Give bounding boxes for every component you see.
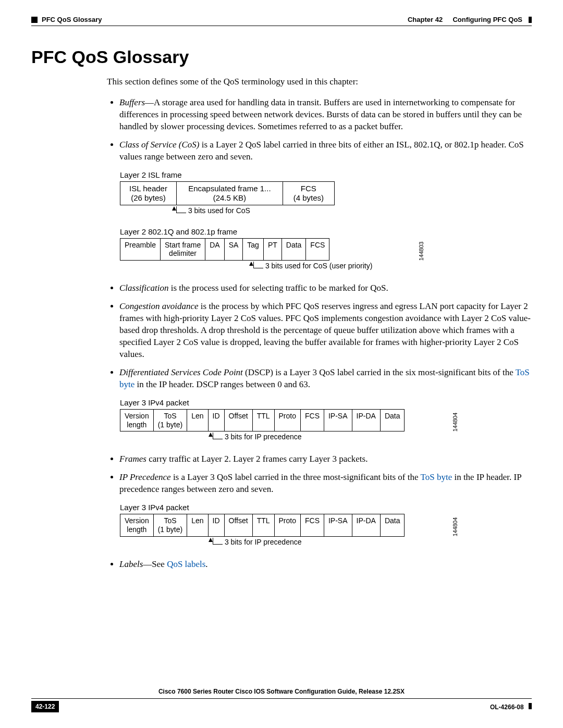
diagram-annotation: 3 bits for IP precedence — [209, 433, 532, 441]
frame-cell: Version length — [120, 514, 154, 536]
list-item: Labels—See QoS labels. — [119, 559, 532, 571]
diagram-annotation: 3 bits for IP precedence — [209, 538, 532, 546]
frame-cell: DA — [205, 239, 224, 261]
annotation-text: 3 bits for IP precedence — [225, 538, 302, 546]
cell-line: Data — [385, 412, 400, 420]
term-labels: Labels — [119, 559, 143, 569]
cell-line: ISL header — [129, 184, 167, 193]
frame-cell: TTL — [253, 514, 275, 536]
cell-line: DA — [210, 241, 219, 249]
cell-line: Len — [191, 516, 203, 525]
term-frames: Frames — [119, 454, 146, 464]
glossary-list: Frames carry traffic at Layer 2. Layer 2… — [107, 453, 532, 496]
frame-cell: TTL — [253, 410, 275, 431]
text-classification: is the process used for selecting traffi… — [168, 283, 388, 293]
arrow-up-icon — [209, 538, 213, 542]
cell-line: (4 bytes) — [293, 193, 324, 202]
cell-line: TTL — [257, 412, 270, 420]
page-footer: Cisco 7600 Series Router Cisco IOS Softw… — [31, 688, 532, 712]
arrow-up-icon — [249, 262, 253, 266]
figure-id: 144804 — [452, 517, 458, 537]
link-tos-byte[interactable]: ToS byte — [421, 472, 452, 482]
cell-line: Proto — [279, 412, 296, 420]
diagram-caption: Layer 2 ISL frame — [120, 170, 532, 179]
header-marker-icon — [31, 17, 38, 23]
cell-line: ToS — [164, 516, 176, 525]
arrow-up-icon — [172, 206, 176, 211]
diagram-ipv4-2: Layer 3 IPv4 packet Version length ToS (… — [120, 503, 532, 546]
frame-cell: ID — [209, 410, 225, 431]
term-classification: Classification — [119, 283, 168, 293]
text-dscp-b: in the IP header. DSCP ranges between 0 … — [134, 379, 310, 389]
frame-row: ISL header (26 bytes) Encapsulated frame… — [120, 181, 335, 205]
glossary-list: Classification is the process used for s… — [107, 282, 532, 391]
text-dscp-a: (DSCP) is a Layer 3 QoS label carried in… — [243, 367, 516, 377]
list-item: Class of Service (CoS) is a Layer 2 QoS … — [119, 139, 532, 163]
arrow-up-icon — [209, 433, 213, 437]
list-item: Classification is the process used for s… — [119, 282, 532, 294]
frame-cell: Tag — [243, 239, 264, 261]
diagram-ipv4-1: Layer 3 IPv4 packet Version length ToS (… — [120, 398, 532, 441]
frame-row: Version length ToS (1 byte) Len ID Offse… — [120, 409, 405, 432]
term-buffers: Buffers — [119, 97, 145, 107]
cell-line: ToS — [164, 412, 176, 420]
cell-line: IP-SA — [328, 412, 348, 420]
page-number-badge: 42-122 — [31, 701, 59, 712]
cell-line: IP-SA — [328, 516, 348, 525]
intro-text: This section defines some of the QoS ter… — [107, 76, 532, 88]
cell-line: PT — [268, 241, 277, 249]
link-qos-labels[interactable]: QoS labels — [167, 559, 205, 569]
frame-cell: FCS — [301, 514, 324, 536]
frame-cell: Proto — [275, 410, 301, 431]
header-section-name: PFC QoS Glossary — [42, 16, 102, 23]
frame-cell: Proto — [275, 514, 301, 536]
frame-cell: Encapsulated frame 1... (24.5 KB) — [177, 182, 283, 205]
term-cos: Class of Service (CoS) — [119, 140, 199, 150]
frame-cell: Offset — [225, 410, 253, 431]
cell-line: Offset — [229, 516, 248, 525]
header-end-marker-icon — [529, 17, 532, 23]
list-item: Differentiated Services Code Point (DSCP… — [119, 367, 532, 391]
footer-doc-id: OL-4266-08 — [490, 704, 524, 711]
cell-line: Len — [191, 412, 203, 420]
frame-row: Preamble Start frame delimiter DA SA Tag… — [120, 238, 329, 261]
cell-line: (24.5 KB) — [213, 193, 246, 202]
figure-id: 144803 — [418, 241, 424, 261]
cell-line: Encapsulated frame 1... — [188, 184, 271, 193]
cell-line: IP-DA — [357, 412, 376, 420]
cell-line: (1 byte) — [158, 525, 182, 534]
frame-cell: Data — [381, 410, 405, 431]
term-ipprec: IP Precedence — [119, 472, 171, 482]
frame-cell: IP-DA — [352, 514, 381, 536]
cell-line: Version — [125, 516, 149, 525]
header-chapter: Chapter 42 — [408, 16, 443, 23]
running-header: PFC QoS Glossary Chapter 42 Configuring … — [31, 16, 532, 23]
text-frames: carry traffic at Layer 2. Layer 2 frames… — [146, 454, 368, 464]
annotation-text: 3 bits for IP precedence — [225, 433, 302, 441]
cell-line: ID — [213, 412, 220, 420]
list-item: Frames carry traffic at Layer 2. Layer 2… — [119, 453, 532, 465]
cell-line: Data — [286, 241, 302, 249]
frame-cell: Version length — [120, 410, 154, 431]
cell-line: FCS — [301, 184, 316, 193]
diagram-dot1q: Layer 2 802.1Q and 802.1p frame Preamble… — [120, 227, 532, 270]
glossary-list: Labels—See QoS labels. — [107, 559, 532, 571]
annotation-text: 3 bits used for CoS (user priority) — [265, 262, 372, 270]
cell-line: (1 byte) — [158, 421, 182, 429]
text-labels-end: . — [205, 559, 207, 569]
cell-line: Offset — [229, 412, 248, 420]
figure-id: 144804 — [452, 412, 458, 431]
term-dscp: Differentiated Services Code Point — [119, 367, 243, 377]
cell-line: ID — [213, 516, 220, 525]
diagram-annotation: 3 bits used for CoS (user priority) — [249, 262, 532, 270]
annotation-text: 3 bits used for CoS — [188, 206, 250, 215]
header-rule — [31, 26, 532, 26]
frame-cell: FCS — [301, 410, 324, 431]
frame-cell: IP-SA — [324, 514, 352, 536]
cell-line: TTL — [257, 516, 270, 525]
list-item: Buffers—A storage area used for handling… — [119, 97, 532, 133]
cell-line: FCS — [310, 241, 325, 249]
cell-line: length — [127, 421, 146, 429]
cell-line: FCS — [305, 516, 320, 525]
frame-cell: Len — [187, 410, 208, 431]
